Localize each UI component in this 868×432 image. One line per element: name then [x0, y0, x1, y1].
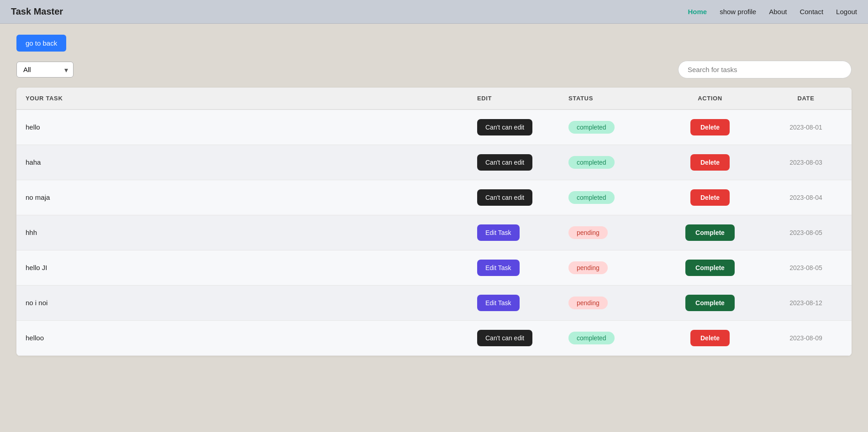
table-row: helloCan't can editcompletedDelete2023-0…	[16, 109, 852, 145]
status-badge: pending	[568, 297, 608, 309]
task-name: hhh	[26, 229, 37, 236]
table-body: helloCan't can editcompletedDelete2023-0…	[16, 109, 852, 356]
complete-button[interactable]: Complete	[685, 224, 735, 241]
filter-select[interactable]: All Completed Pending	[16, 62, 74, 78]
filter-select-wrapper: All Completed Pending	[16, 62, 74, 78]
status-badge: completed	[568, 332, 615, 344]
task-date: 2023-08-03	[789, 159, 822, 166]
table-row: hahaCan't can editcompletedDelete2023-08…	[16, 145, 852, 180]
task-date: 2023-08-09	[789, 334, 822, 342]
status-badge: completed	[568, 121, 615, 134]
edit-task-button[interactable]: Edit Task	[477, 295, 520, 311]
table-row: hello JIEdit TaskpendingComplete2023-08-…	[16, 250, 852, 286]
task-name: hello JI	[26, 264, 47, 271]
task-date: 2023-08-05	[789, 264, 822, 271]
task-date: 2023-08-05	[789, 229, 822, 236]
status-badge: pending	[568, 226, 608, 239]
task-name: hello	[26, 123, 40, 131]
task-name: haha	[26, 158, 41, 166]
task-name: helloo	[26, 334, 44, 342]
delete-button[interactable]: Delete	[690, 330, 730, 346]
main-content: go to back All Completed Pending YOUR TA…	[0, 24, 868, 432]
filter-row: All Completed Pending	[16, 61, 852, 78]
navbar-links: Home show profile About Contact Logout	[688, 8, 857, 16]
col-header-edit: EDIT	[468, 88, 559, 109]
nav-show-profile[interactable]: show profile	[720, 8, 756, 16]
task-date: 2023-08-04	[789, 194, 822, 201]
complete-button[interactable]: Complete	[685, 295, 735, 311]
complete-button[interactable]: Complete	[685, 260, 735, 276]
cant-edit-button: Can't can edit	[477, 189, 532, 206]
nav-about[interactable]: About	[769, 8, 787, 16]
nav-home[interactable]: Home	[688, 8, 707, 16]
delete-button[interactable]: Delete	[690, 189, 730, 206]
cant-edit-button: Can't can edit	[477, 330, 532, 346]
cant-edit-button: Can't can edit	[477, 119, 532, 135]
delete-button[interactable]: Delete	[690, 119, 730, 135]
cant-edit-button: Can't can edit	[477, 154, 532, 171]
nav-logout[interactable]: Logout	[836, 8, 857, 16]
table-row: no majaCan't can editcompletedDelete2023…	[16, 180, 852, 215]
delete-button[interactable]: Delete	[690, 154, 730, 171]
status-badge: pending	[568, 261, 608, 274]
task-date: 2023-08-12	[789, 299, 822, 307]
table-header: YOUR TASK EDIT STATUS ACTION DATE	[16, 88, 852, 109]
back-button[interactable]: go to back	[16, 35, 66, 52]
status-badge: completed	[568, 191, 615, 204]
table-row: no i noiEdit TaskpendingComplete2023-08-…	[16, 286, 852, 321]
search-input[interactable]	[678, 61, 852, 78]
table-row: hellooCan't can editcompletedDelete2023-…	[16, 321, 852, 356]
col-header-task: YOUR TASK	[16, 88, 468, 109]
task-date: 2023-08-01	[789, 124, 822, 131]
nav-contact[interactable]: Contact	[800, 8, 823, 16]
col-header-status: STATUS	[559, 88, 660, 109]
col-header-action: ACTION	[660, 88, 760, 109]
table-row: hhhEdit TaskpendingComplete2023-08-05	[16, 215, 852, 250]
edit-task-button[interactable]: Edit Task	[477, 224, 520, 241]
navbar: Task Master Home show profile About Cont…	[0, 0, 868, 24]
task-name: no maja	[26, 193, 50, 201]
app-brand: Task Master	[11, 6, 688, 17]
edit-task-button[interactable]: Edit Task	[477, 260, 520, 276]
task-table: YOUR TASK EDIT STATUS ACTION DATE helloC…	[16, 88, 852, 356]
col-header-date: DATE	[760, 88, 852, 109]
task-name: no i noi	[26, 299, 47, 307]
status-badge: completed	[568, 156, 615, 169]
